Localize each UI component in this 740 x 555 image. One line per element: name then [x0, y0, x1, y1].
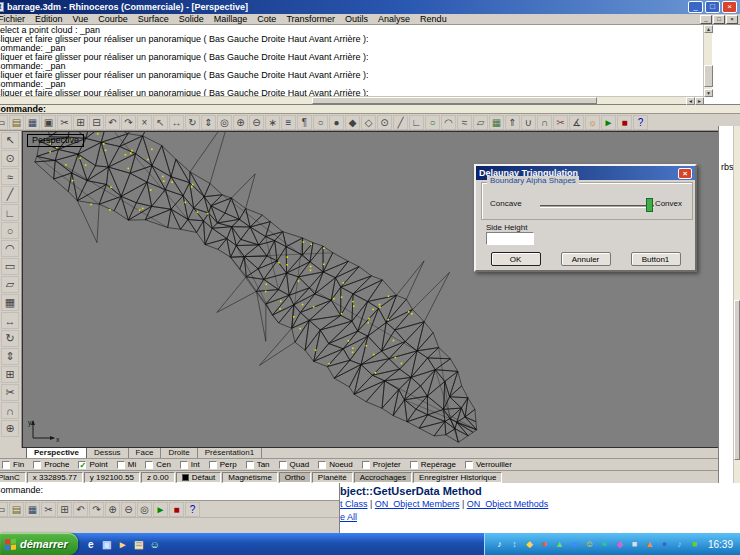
help-icon[interactable]: ? [185, 502, 200, 517]
help-icon[interactable]: ? [633, 115, 648, 130]
tab-droite[interactable]: Droite [161, 448, 197, 458]
cut-icon[interactable]: ✂ [41, 502, 56, 517]
zoom-icon[interactable]: ⊕ [1, 420, 19, 437]
open-file-icon[interactable]: ▤ [9, 502, 24, 517]
zoom-extents-icon[interactable]: ◎ [137, 502, 152, 517]
tab-perspective[interactable]: Perspective [26, 447, 87, 458]
layers-icon[interactable]: ≡ [281, 115, 296, 130]
menu-analyse[interactable]: Analyse [373, 14, 415, 24]
osnap-tan[interactable]: Tan [246, 460, 270, 469]
volume-icon[interactable]: ♪ [493, 538, 506, 551]
hide-objects-icon[interactable]: ○ [313, 115, 328, 130]
stop-macro-icon[interactable]: ■ [169, 502, 184, 517]
play-macro-icon[interactable]: ► [601, 115, 616, 130]
status-ortho[interactable]: Ortho [279, 472, 311, 483]
status-planéité[interactable]: Planéité [312, 472, 353, 483]
osnap-repérage[interactable]: Repérage [410, 460, 456, 469]
draw-point-icon[interactable]: ⊙ [377, 115, 392, 130]
command-history-vertical-scrollbar[interactable]: ▲ ▼ [703, 25, 712, 97]
status-x-332895.77[interactable]: x 332895.77 [27, 472, 83, 483]
open-file-icon[interactable]: ▤ [9, 115, 24, 130]
trim-icon[interactable]: ✂ [553, 115, 568, 130]
messenger-tray-icon[interactable]: ☺ [583, 538, 596, 551]
dialog-button-button1[interactable]: Button1 [631, 252, 681, 266]
osnap-int[interactable]: Int [180, 460, 200, 469]
browser-scroll-thumb[interactable] [734, 300, 740, 460]
copy-icon[interactable]: ⊞ [1, 366, 19, 383]
osnap-verrouiller[interactable]: Verrouiller [465, 460, 512, 469]
horizontal-scroll-thumb[interactable] [312, 97, 597, 104]
menu-outils[interactable]: Outils [340, 14, 373, 24]
status-accrochages[interactable]: Accrochages [354, 472, 412, 483]
menu-cote[interactable]: Cote [252, 14, 281, 24]
tab-dessus[interactable]: Dessus [87, 448, 129, 458]
draw-curve-icon[interactable]: ≈ [457, 115, 472, 130]
osnap-quad[interactable]: Quad [279, 460, 310, 469]
update-icon[interactable]: ● [538, 538, 551, 551]
scheduler-icon[interactable]: ● [658, 538, 671, 551]
status-z-0.00[interactable]: z 0.00 [141, 472, 175, 483]
status-planc[interactable]: PlanC [0, 472, 26, 483]
media-player-icon[interactable]: ► [116, 536, 130, 552]
new-file-icon[interactable]: ▭ [0, 115, 8, 130]
command-history[interactable]: Select a point cloud : _panCliquer et fa… [0, 25, 740, 105]
usb-icon[interactable]: ■ [628, 538, 641, 551]
surface-icon[interactable]: ▱ [1, 276, 19, 293]
zoom-in-icon[interactable]: ⊕ [105, 502, 120, 517]
select-arrow-icon[interactable]: ↖ [1, 132, 19, 149]
menu-rendu[interactable]: Rendu [415, 14, 452, 24]
alpha-slider-track[interactable] [540, 205, 654, 208]
osnap-noeud[interactable]: Noeud [318, 460, 353, 469]
doc-link[interactable]: ON_Object Members [375, 499, 460, 509]
menu-maillage[interactable]: Maillage [209, 14, 253, 24]
mdi-close-button[interactable]: × [726, 15, 738, 24]
menu-édition[interactable]: Édition [30, 14, 68, 24]
browser-scrollbar[interactable] [733, 126, 740, 483]
polyline-icon[interactable]: ∟ [1, 204, 19, 221]
paste-icon[interactable]: ⊟ [89, 115, 104, 130]
battery-icon[interactable]: ■ [688, 538, 701, 551]
unlock-objects-icon[interactable]: ◇ [361, 115, 376, 130]
menu-transformer[interactable]: Transformer [281, 14, 340, 24]
rotate-icon[interactable]: ↻ [185, 115, 200, 130]
dialog-button-annuler[interactable]: Annuler [561, 252, 611, 266]
save-file-icon[interactable]: ▦ [25, 502, 40, 517]
stop-macro-icon[interactable]: ■ [617, 115, 632, 130]
move-icon[interactable]: ↔ [169, 115, 184, 130]
show-desktop-icon[interactable]: ▣ [100, 536, 114, 552]
osnap-point[interactable]: ✓Point [78, 460, 107, 469]
command-history-horizontal-scrollbar[interactable]: ◄ ► [0, 96, 704, 104]
status-défaut[interactable]: Défaut [176, 472, 222, 483]
osnap-fin[interactable]: Fin [2, 460, 24, 469]
zoom-window-icon[interactable]: ⊕ [233, 115, 248, 130]
mesh-icon[interactable]: ▦ [1, 294, 19, 311]
draw-line-icon[interactable]: ╱ [393, 115, 408, 130]
firewall-icon[interactable]: ■ [568, 538, 581, 551]
scroll-down-arrow-icon[interactable]: ▼ [704, 89, 713, 97]
osnap-mi[interactable]: Mi [117, 460, 136, 469]
zoom-extents-icon[interactable]: ◎ [217, 115, 232, 130]
draw-arc-icon[interactable]: ◠ [441, 115, 456, 130]
curve-icon[interactable]: ≈ [1, 168, 19, 185]
osnap-perp[interactable]: Perp [209, 460, 237, 469]
dialog-button-ok[interactable]: OK [491, 252, 541, 266]
boolean-intersect-icon[interactable]: ∩ [537, 115, 552, 130]
copy-icon[interactable]: ⊞ [57, 502, 72, 517]
draw-circle-icon[interactable]: ○ [425, 115, 440, 130]
zoom-out-icon[interactable]: ⊖ [249, 115, 264, 130]
network-icon[interactable]: ↕ [508, 538, 521, 551]
dialog-close-icon[interactable]: × [678, 168, 692, 179]
draw-polyline-icon[interactable]: ∟ [409, 115, 424, 130]
scroll-right-arrow-icon[interactable]: ► [695, 97, 704, 105]
status-magnétisme[interactable]: Magnétisme [222, 472, 278, 483]
folder-icon[interactable]: ▤ [132, 536, 146, 552]
side-height-input[interactable] [486, 232, 534, 245]
undo-icon[interactable]: ↶ [73, 502, 88, 517]
antivirus-icon[interactable]: ◆ [523, 538, 536, 551]
maximize-button[interactable]: □ [705, 1, 720, 13]
status-y-192100.55[interactable]: y 192100.55 [84, 472, 140, 483]
sync-icon[interactable]: ● [598, 538, 611, 551]
start-button[interactable]: démarrer [0, 533, 78, 555]
vertical-scroll-thumb[interactable] [704, 65, 713, 87]
new-file-icon[interactable]: ▭ [0, 502, 8, 517]
